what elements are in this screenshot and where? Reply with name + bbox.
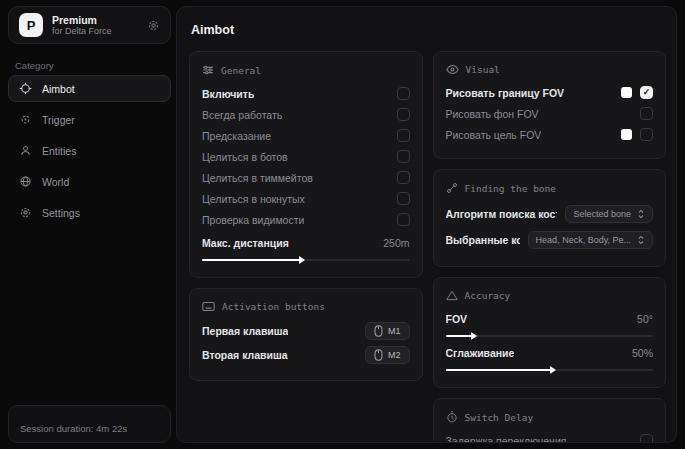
slider-fill[interactable] bbox=[446, 369, 552, 371]
checkbox-enable[interactable] bbox=[397, 87, 410, 100]
expand-icon bbox=[637, 235, 645, 245]
checkbox-prediction[interactable] bbox=[397, 129, 410, 142]
select-label: Алгоритм поиска кост bbox=[446, 208, 558, 220]
visual-label: Рисовать границу FOV bbox=[446, 87, 565, 99]
toggle-row: Предсказание bbox=[202, 125, 410, 146]
toggle-label: Проверка видимости bbox=[202, 214, 304, 226]
sidebar-item-label: World bbox=[42, 176, 69, 188]
sidebar-item-label: Settings bbox=[42, 207, 80, 219]
crosshair-icon bbox=[19, 82, 32, 95]
section-title: Activation buttons bbox=[222, 301, 325, 312]
sidebar-item-settings[interactable]: Settings bbox=[8, 199, 171, 226]
target-icon bbox=[19, 113, 32, 126]
expand-icon bbox=[637, 209, 645, 219]
sidebar-item-label: Entities bbox=[42, 145, 76, 157]
entities-icon bbox=[19, 144, 32, 157]
checkbox-target-bots[interactable] bbox=[397, 150, 410, 163]
section-header-activation: Activation buttons bbox=[202, 301, 410, 312]
section-header-accuracy: Accuracy bbox=[446, 290, 654, 301]
slider-row: FOV 50° bbox=[446, 308, 654, 329]
gear-icon bbox=[19, 206, 32, 219]
sliders-icon bbox=[202, 64, 214, 76]
slider-value: 250m bbox=[383, 237, 409, 249]
toggle-label: Целиться в ботов bbox=[202, 151, 288, 163]
checkbox-draw-fov-background[interactable] bbox=[640, 107, 653, 120]
smoothing-slider[interactable] bbox=[446, 366, 654, 374]
section-header-switch-delay: Switch Delay bbox=[446, 411, 654, 423]
fov-slider[interactable] bbox=[446, 332, 654, 340]
section-title: Finding the bone bbox=[465, 183, 557, 194]
keybind-second-key[interactable]: M2 bbox=[365, 346, 410, 364]
card-switch-delay: Switch Delay Задержка переключения Задер… bbox=[433, 398, 667, 443]
brand-logo: P bbox=[19, 13, 43, 37]
section-title: General bbox=[221, 65, 261, 76]
toggle-label: Предсказание bbox=[202, 130, 271, 142]
checkbox-draw-fov-target[interactable] bbox=[640, 128, 653, 141]
visual-label: Рисовать фон FOV bbox=[446, 108, 539, 120]
slider-fill[interactable] bbox=[202, 259, 300, 261]
section-title: Accuracy bbox=[465, 290, 511, 301]
sidebar-item-trigger[interactable]: Trigger bbox=[8, 106, 171, 133]
slider-value: 50° bbox=[637, 313, 653, 325]
select-value: Selected bone bbox=[573, 209, 631, 219]
sidebar: P Premium for Delta Force Category Aimbo… bbox=[8, 6, 171, 443]
page-title: Aimbot bbox=[191, 23, 666, 37]
checkbox-switch-delay[interactable] bbox=[640, 434, 653, 443]
triangle-icon bbox=[446, 290, 458, 301]
checkbox-visibility-check[interactable] bbox=[397, 213, 410, 226]
toggle-row: Целиться в ботов bbox=[202, 146, 410, 167]
visual-row: Рисовать границу FOV bbox=[446, 82, 654, 103]
sidebar-item-label: Trigger bbox=[42, 114, 75, 126]
card-accuracy: Accuracy FOV 50° Сглаживание 50% bbox=[433, 277, 667, 388]
fov-target-color-swatch[interactable] bbox=[621, 129, 632, 140]
session-duration: Session duration: 4m 22s bbox=[20, 423, 127, 434]
brand-text: Premium for Delta Force bbox=[52, 14, 138, 36]
toggle-row: Целиться в тиммейтов bbox=[202, 167, 410, 188]
section-header-visual: Visual bbox=[446, 64, 654, 75]
section-title: Switch Delay bbox=[465, 412, 534, 423]
brand-card: P Premium for Delta Force bbox=[8, 6, 171, 44]
section-header-general: General bbox=[202, 64, 410, 76]
visual-row: Рисовать фон FOV bbox=[446, 103, 654, 124]
checkbox-target-teammates[interactable] bbox=[397, 171, 410, 184]
card-visual: Visual Рисовать границу FOV Рисовать фон… bbox=[433, 51, 667, 159]
checkbox-always-work[interactable] bbox=[397, 108, 410, 121]
select-row: Алгоритм поиска кост Selected bone bbox=[446, 201, 654, 227]
slider-row: Сглаживание 50% bbox=[446, 342, 654, 363]
sidebar-item-entities[interactable]: Entities bbox=[8, 137, 171, 164]
keybind-row: Первая клавиша M1 bbox=[202, 319, 410, 343]
card-finding-bone: Finding the bone Алгоритм поиска кост Se… bbox=[433, 169, 667, 267]
keybind-value: M2 bbox=[388, 350, 401, 360]
slider-fill[interactable] bbox=[446, 335, 473, 337]
slider-label: Макс. дистанция bbox=[202, 237, 289, 249]
clock-icon bbox=[446, 411, 458, 423]
toggle-row: Целиться в нокнутых bbox=[202, 188, 410, 209]
toggle-row: Задержка переключения bbox=[446, 430, 654, 443]
fov-border-color-swatch[interactable] bbox=[621, 87, 632, 98]
slider-row: Макс. дистанция 250m bbox=[202, 232, 410, 253]
sidebar-item-world[interactable]: World bbox=[8, 168, 171, 195]
checkbox-draw-fov-border[interactable] bbox=[640, 86, 653, 99]
sidebar-item-aimbot[interactable]: Aimbot bbox=[8, 75, 171, 102]
session-card: Session duration: 4m 22s bbox=[8, 405, 171, 443]
keybind-label: Первая клавиша bbox=[202, 325, 288, 337]
select-row: Выбранные кос Head, Neck, Body, Pe... bbox=[446, 227, 654, 253]
mouse-icon bbox=[374, 349, 383, 361]
brand-subtitle: for Delta Force bbox=[52, 26, 138, 36]
slider-value: 50% bbox=[632, 347, 653, 359]
max-distance-slider[interactable] bbox=[202, 256, 410, 264]
gear-icon[interactable] bbox=[147, 19, 160, 32]
toggle-label: Включить bbox=[202, 88, 254, 100]
slider-label: FOV bbox=[446, 313, 468, 325]
selected-bones-select[interactable]: Head, Neck, Body, Pe... bbox=[528, 231, 653, 249]
keybind-first-key[interactable]: M1 bbox=[365, 322, 410, 340]
checkbox-target-knocked[interactable] bbox=[397, 192, 410, 205]
bone-algorithm-select[interactable]: Selected bone bbox=[565, 205, 653, 223]
section-header-bone: Finding the bone bbox=[446, 182, 654, 194]
mouse-icon bbox=[374, 325, 383, 337]
sidebar-item-label: Aimbot bbox=[42, 83, 75, 95]
select-value: Head, Neck, Body, Pe... bbox=[536, 235, 631, 245]
keybind-value: M1 bbox=[388, 326, 401, 336]
visual-row: Рисовать цель FOV bbox=[446, 124, 654, 145]
select-label: Выбранные кос bbox=[446, 234, 520, 246]
